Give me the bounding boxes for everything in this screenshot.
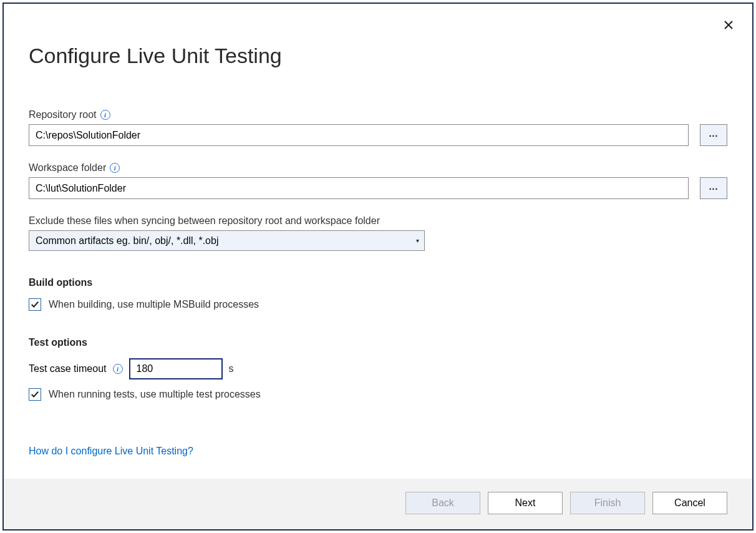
close-icon[interactable] — [722, 19, 735, 31]
repo-root-label: Repository root — [29, 109, 97, 120]
workspace-input[interactable] — [29, 177, 689, 199]
page-title: Configure Live Unit Testing — [29, 44, 727, 68]
help-link[interactable]: How do I configure Live Unit Testing? — [29, 446, 193, 457]
timeout-label: Test case timeout — [29, 363, 107, 374]
chevron-down-icon: ▾ — [416, 237, 419, 244]
cancel-button[interactable]: Cancel — [652, 492, 727, 514]
multi-test-label: When running tests, use multiple test pr… — [49, 389, 261, 400]
timeout-input[interactable] — [129, 358, 223, 379]
field-repo-root: Repository root i ... — [29, 109, 727, 146]
dialog-content: Configure Live Unit Testing Repository r… — [4, 4, 752, 479]
checkbox-multi-msbuild-row: When building, use multiple MSBuild proc… — [29, 298, 727, 311]
next-button[interactable]: Next — [488, 492, 563, 514]
repo-root-browse-button[interactable]: ... — [700, 124, 727, 146]
field-workspace: Workspace folder i ... — [29, 162, 727, 199]
exclude-label: Exclude these files when syncing between… — [29, 215, 380, 227]
checkbox-multi-test-row: When running tests, use multiple test pr… — [29, 388, 727, 401]
test-options-heading: Test options — [29, 337, 727, 348]
finish-button[interactable]: Finish — [570, 492, 645, 514]
multi-msbuild-label: When building, use multiple MSBuild proc… — [49, 299, 259, 310]
repo-root-input[interactable] — [29, 124, 689, 146]
timeout-unit: s — [229, 363, 234, 374]
checkbox-multi-test[interactable] — [29, 388, 41, 401]
timeout-row: Test case timeout i s — [29, 358, 727, 379]
info-icon[interactable]: i — [110, 163, 120, 173]
workspace-browse-button[interactable]: ... — [700, 177, 727, 199]
build-options-heading: Build options — [29, 277, 727, 288]
dialog-configure-lut: Configure Live Unit Testing Repository r… — [2, 2, 754, 531]
back-button[interactable]: Back — [405, 492, 480, 514]
info-icon[interactable]: i — [113, 364, 123, 374]
dialog-footer: Back Next Finish Cancel — [4, 479, 752, 529]
checkbox-multi-msbuild[interactable] — [29, 298, 41, 311]
info-icon[interactable]: i — [100, 110, 110, 120]
workspace-label: Workspace folder — [29, 162, 106, 174]
exclude-selected: Common artifacts eg. bin/, obj/, *.dll, … — [36, 235, 218, 247]
exclude-dropdown[interactable]: Common artifacts eg. bin/, obj/, *.dll, … — [29, 230, 425, 251]
field-exclude: Exclude these files when syncing between… — [29, 215, 727, 251]
